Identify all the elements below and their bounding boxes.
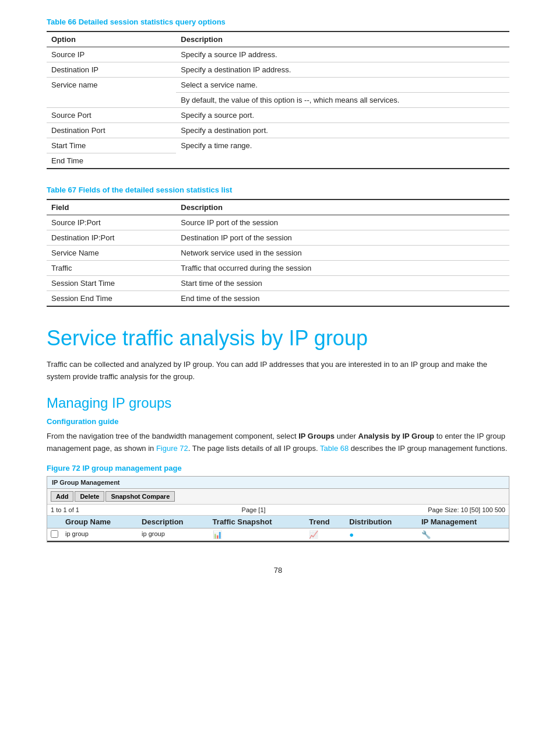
table-row: Start Time Specify a time range. xyxy=(47,138,509,153)
col-traffic-snapshot-header: Traffic Snapshot xyxy=(209,516,306,528)
field-cell: Service Name xyxy=(47,246,176,261)
table-67-section: Table 67 Fields of the detailed session … xyxy=(47,186,509,307)
row-trend: 📈 xyxy=(305,528,346,542)
table-row: Destination IP Specify a destination IP … xyxy=(47,62,509,78)
screenshot-toolbar: Add Delete Snapshot Compare xyxy=(47,489,509,505)
pagination-right: Page Size: 10 [50] 100 500 xyxy=(428,506,505,513)
screenshot-pagination: 1 to 1 of 1 Page [1] Page Size: 10 [50] … xyxy=(47,505,509,516)
option-cell: Source Port xyxy=(47,108,176,123)
desc-cell: Specify a source port. xyxy=(176,108,509,123)
col-ip-management-header: IP Management xyxy=(418,516,509,528)
table-66-title: Table 66 Detailed session statistics que… xyxy=(47,18,509,26)
row-checkbox-input[interactable] xyxy=(51,530,58,538)
desc-cell: End time of the session xyxy=(176,291,509,307)
row-traffic-snapshot: 📊 xyxy=(209,528,306,542)
desc-cell: Destination IP port of the session xyxy=(176,230,509,246)
distribution-icon[interactable]: ● xyxy=(349,530,354,539)
option-cell: Destination Port xyxy=(47,123,176,138)
table-row: Destination Port Specify a destination p… xyxy=(47,123,509,138)
desc-cell: Network service used in the session xyxy=(176,246,509,261)
field-cell: Destination IP:Port xyxy=(47,230,176,246)
field-cell: Session End Time xyxy=(47,291,176,307)
config-bold-1: IP Groups xyxy=(298,432,335,440)
trend-icon[interactable]: 📈 xyxy=(309,530,318,539)
table-66-col1: Option xyxy=(47,32,176,47)
col-trend-header: Trend xyxy=(305,516,346,528)
desc-cell: Traffic that occurred during the session xyxy=(176,261,509,276)
table-row: Destination IP:Port Destination IP port … xyxy=(47,230,509,246)
field-cell: Source IP:Port xyxy=(47,215,176,230)
table-row: Session Start Time Start time of the ses… xyxy=(47,276,509,291)
field-cell: Session Start Time xyxy=(47,276,176,291)
add-button[interactable]: Add xyxy=(51,491,73,502)
config-para: From the navigation tree of the bandwidt… xyxy=(47,430,509,455)
table-row: Traffic Traffic that occurred during the… xyxy=(47,261,509,276)
table-row: ip group ip group 📊 📈 ● 🔧 xyxy=(47,528,509,542)
table-66: Option Description Source IP Specify a s… xyxy=(47,31,509,169)
config-text-1: From the navigation tree of the bandwidt… xyxy=(47,432,298,440)
desc-cell: Specify a destination IP address. xyxy=(176,62,509,78)
option-cell: End Time xyxy=(47,153,176,169)
desc-cell: Source IP port of the session xyxy=(176,215,509,230)
figure-72-title: Figure 72 IP group management page xyxy=(47,464,509,473)
desc-cell: Specify a destination port. xyxy=(176,123,509,138)
table-row: Service Name Network service used in the… xyxy=(47,246,509,261)
section-heading: Service traffic analysis by IP group xyxy=(47,326,509,351)
screenshot-header: IP Group Management xyxy=(47,477,509,489)
col-description-header: Description xyxy=(138,516,209,528)
section-para: Traffic can be collected and analyzed by… xyxy=(47,359,509,383)
table-67: Field Description Source IP:Port Source … xyxy=(47,199,509,307)
figure-72-link[interactable]: Figure 72 xyxy=(156,444,188,453)
col-group-name-header: Group Name xyxy=(62,516,138,528)
option-cell: Source IP xyxy=(47,47,176,62)
screenshot-table: Group Name Description Traffic Snapshot … xyxy=(47,516,509,542)
row-group-name: ip group xyxy=(62,528,138,542)
config-text-5: describes the IP group management functi… xyxy=(349,444,507,453)
desc-cell: Start time of the session xyxy=(176,276,509,291)
page-number: 78 xyxy=(47,566,509,575)
config-text-4: . The page lists details of all IP group… xyxy=(188,444,320,453)
row-checkbox[interactable] xyxy=(47,528,62,542)
config-bold-2: Analysis by IP Group xyxy=(358,432,435,440)
desc-cell: Specify a source IP address. xyxy=(176,47,509,62)
traffic-snapshot-icon[interactable]: 📊 xyxy=(213,530,222,539)
field-cell: Traffic xyxy=(47,261,176,276)
ip-management-icon[interactable]: 🔧 xyxy=(421,530,431,539)
row-description: ip group xyxy=(138,528,209,542)
table-66-col2: Description xyxy=(176,32,509,47)
config-guide-heading: Configuration guide xyxy=(47,417,509,426)
option-cell: Service name xyxy=(47,78,176,108)
table-68-link[interactable]: Table 68 xyxy=(320,444,349,453)
config-text-2: under xyxy=(335,432,358,440)
screenshot-box: IP Group Management Add Delete Snapshot … xyxy=(47,476,509,542)
row-distribution: ● xyxy=(346,528,418,542)
table-row: Session End Time End time of the session xyxy=(47,291,509,307)
table-66-section: Table 66 Detailed session statistics que… xyxy=(47,18,509,169)
col-distribution-header: Distribution xyxy=(346,516,418,528)
row-ip-management: 🔧 xyxy=(418,528,509,542)
table-67-col1: Field xyxy=(47,200,176,215)
pagination-page: Page [1] xyxy=(242,506,266,513)
table-67-title: Table 67 Fields of the detailed session … xyxy=(47,186,509,194)
delete-button[interactable]: Delete xyxy=(75,491,104,502)
option-cell: Destination IP xyxy=(47,62,176,78)
desc-cell: Select a service name. xyxy=(176,78,509,93)
pagination-left: 1 to 1 of 1 xyxy=(51,506,79,513)
snapshot-compare-button[interactable]: Snapshot Compare xyxy=(105,491,175,502)
table-row: Service name Select a service name. xyxy=(47,78,509,93)
table-row: Source IP:Port Source IP port of the ses… xyxy=(47,215,509,230)
col-checkbox-header xyxy=(47,516,62,528)
desc-cell: By default, the value of this option is … xyxy=(176,93,509,108)
sub-heading: Managing IP groups xyxy=(47,395,509,411)
table-67-col2: Description xyxy=(176,200,509,215)
desc-cell: Specify a time range. xyxy=(176,138,509,169)
table-row: Source Port Specify a source port. xyxy=(47,108,509,123)
option-cell: Start Time xyxy=(47,138,176,153)
table-row: Source IP Specify a source IP address. xyxy=(47,47,509,62)
